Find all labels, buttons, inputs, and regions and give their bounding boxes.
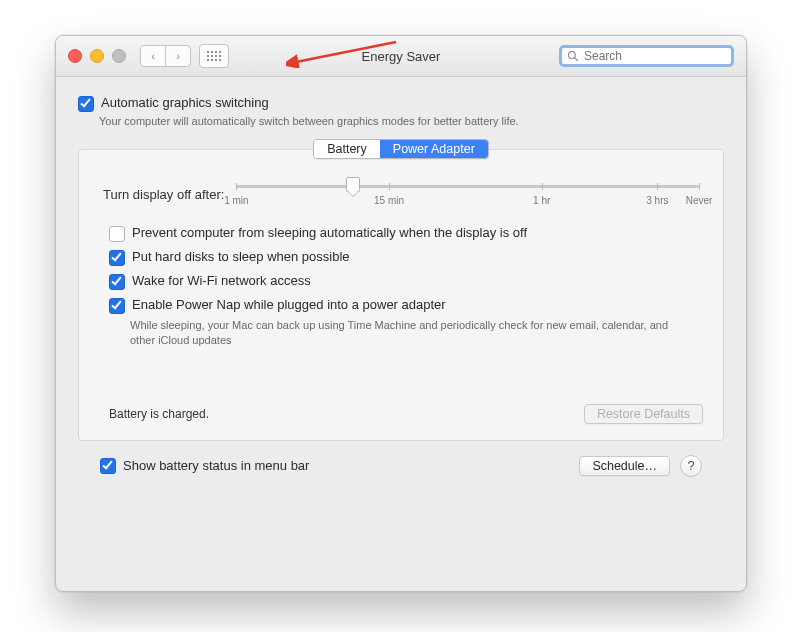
panel-footer: Battery is charged. Restore Defaults — [79, 348, 723, 424]
opt-hdd-sleep: Put hard disks to sleep when possible — [109, 249, 693, 266]
opt-power-nap-checkbox[interactable] — [109, 298, 125, 314]
options-list: Prevent computer from sleeping automatic… — [79, 211, 723, 348]
menu-bar-checkbox[interactable] — [100, 458, 116, 474]
window-title: Energy Saver — [56, 49, 746, 64]
titlebar: ‹ › Energy Saver — [56, 36, 746, 77]
opt-hdd-sleep-checkbox[interactable] — [109, 250, 125, 266]
content-area: Automatic graphics switching Your comput… — [56, 77, 746, 489]
opt-power-nap-desc: While sleeping, your Mac can back up usi… — [130, 318, 670, 348]
auto-switching-row: Automatic graphics switching — [78, 95, 724, 112]
auto-switching-desc: Your computer will automatically switch … — [99, 115, 724, 127]
bottom-row: Show battery status in menu bar Schedule… — [78, 441, 724, 477]
settings-panel: Battery Power Adapter Turn display off a… — [78, 149, 724, 441]
opt-power-nap: Enable Power Nap while plugged into a po… — [109, 297, 693, 314]
slider-thumb[interactable] — [344, 177, 360, 197]
display-off-label: Turn display off after: — [103, 187, 224, 202]
display-off-slider-row: Turn display off after: 1 min 15 min 1 h… — [79, 177, 723, 211]
opt-wake-wifi-label: Wake for Wi-Fi network access — [132, 273, 311, 288]
restore-defaults-button[interactable]: Restore Defaults — [584, 404, 703, 424]
schedule-button[interactable]: Schedule… — [579, 456, 670, 476]
tab-power-adapter[interactable]: Power Adapter — [380, 140, 488, 158]
opt-prevent-sleep-label: Prevent computer from sleeping automatic… — [132, 225, 527, 240]
opt-wake-wifi-checkbox[interactable] — [109, 274, 125, 290]
tick-1hr: 1 hr — [533, 195, 550, 206]
help-button[interactable]: ? — [680, 455, 702, 477]
opt-prevent-sleep-checkbox[interactable] — [109, 226, 125, 242]
display-off-slider[interactable]: 1 min 15 min 1 hr 3 hrs Never — [236, 177, 699, 211]
opt-hdd-sleep-label: Put hard disks to sleep when possible — [132, 249, 350, 264]
tick-3hrs: 3 hrs — [646, 195, 668, 206]
auto-switching-checkbox[interactable] — [78, 96, 94, 112]
battery-status: Battery is charged. — [109, 407, 209, 421]
opt-wake-wifi: Wake for Wi-Fi network access — [109, 273, 693, 290]
tick-15min: 15 min — [374, 195, 404, 206]
opt-power-nap-label: Enable Power Nap while plugged into a po… — [132, 297, 446, 312]
menu-bar-label: Show battery status in menu bar — [123, 458, 309, 473]
prefs-window: ‹ › Energy Saver — [55, 35, 747, 592]
tab-bar: Battery Power Adapter — [79, 139, 723, 159]
auto-switching-label: Automatic graphics switching — [101, 95, 269, 110]
opt-prevent-sleep: Prevent computer from sleeping automatic… — [109, 225, 693, 242]
tick-1min: 1 min — [224, 195, 248, 206]
tick-never: Never — [686, 195, 713, 206]
tab-battery[interactable]: Battery — [314, 140, 380, 158]
